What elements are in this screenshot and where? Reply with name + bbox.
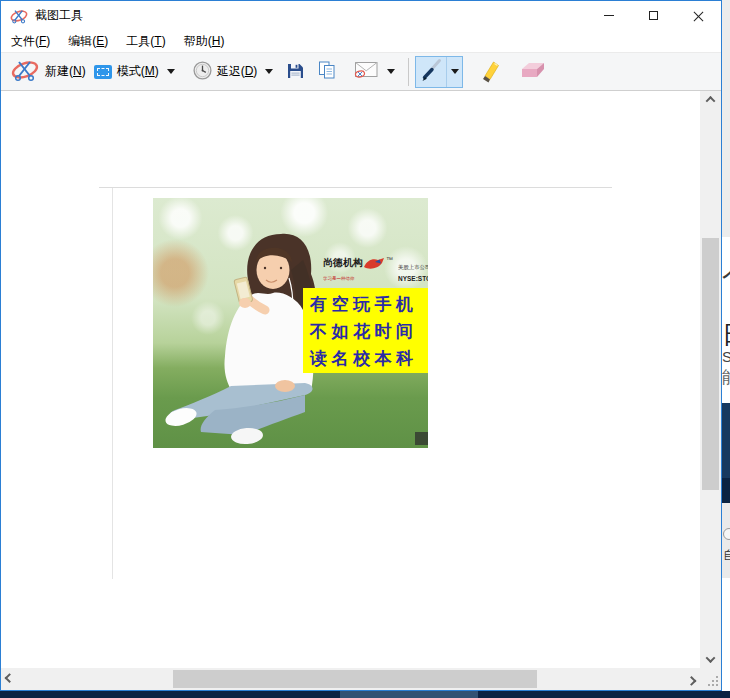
menu-item-tools[interactable]: 工具(T) xyxy=(118,31,173,52)
window-title: 截图工具 xyxy=(35,7,83,24)
chevron-up-icon xyxy=(706,96,716,106)
captured-image: 尚德机构 ™ 学习是一种信仰 xyxy=(153,198,428,448)
new-snip-button[interactable]: 新建(N) xyxy=(7,57,89,87)
eraser-button[interactable] xyxy=(515,57,549,87)
background-gray-area xyxy=(722,0,730,237)
toolbar-separator xyxy=(408,58,409,86)
desktop-background-accent xyxy=(340,691,478,698)
envelope-icon xyxy=(354,61,379,82)
scroll-left-button[interactable] xyxy=(1,668,18,690)
minimize-icon xyxy=(604,15,614,16)
background-navy-block-dark xyxy=(722,478,730,503)
clock-icon xyxy=(193,61,212,83)
background-window-sliver: 个 日 S 能 自 xyxy=(722,0,730,691)
slogan-line: 读名校本科 xyxy=(310,345,428,372)
resize-grip[interactable] xyxy=(700,668,721,690)
chevron-down-icon xyxy=(706,653,716,663)
background-text-fragment: 自 xyxy=(723,547,730,564)
background-text-fragment: S xyxy=(722,348,730,365)
email-dropdown-button[interactable] xyxy=(384,58,398,86)
brand-bull-icon xyxy=(363,256,385,274)
ticker-text: NYSE:STG xyxy=(398,275,428,282)
chevron-left-icon xyxy=(5,673,15,683)
app-icon-scissors xyxy=(9,7,29,25)
save-button[interactable] xyxy=(284,57,307,87)
close-button[interactable] xyxy=(676,1,721,30)
horizontal-scrollbar-thumb[interactable] xyxy=(173,670,537,688)
chevron-down-icon xyxy=(265,69,273,74)
highlighter-icon xyxy=(478,57,502,86)
mode-button[interactable]: 模式(M) xyxy=(91,57,162,87)
menu-item-edit[interactable]: 编辑(E) xyxy=(60,31,116,52)
pen-dropdown-button[interactable] xyxy=(446,57,462,87)
trademark-symbol: ™ xyxy=(386,256,393,263)
slogan-line: 有空玩手机 xyxy=(310,291,428,318)
listing-text: 美股上市公司 xyxy=(398,263,428,271)
horizontal-scrollbar[interactable] xyxy=(1,668,700,690)
delay-dropdown-button[interactable] xyxy=(262,58,276,86)
background-text-fragment: 能 xyxy=(722,366,730,389)
scissors-icon xyxy=(10,58,40,85)
scroll-up-button[interactable] xyxy=(700,91,721,108)
brand-logo-block: 尚德机构 ™ 学习是一种信仰 xyxy=(323,256,428,288)
menu-bar: 文件(F) 编辑(E) 工具(T) 帮助(H) xyxy=(1,30,721,52)
highlighter-button[interactable] xyxy=(475,57,505,87)
background-circle-icon xyxy=(723,528,730,540)
background-text-fragment: 个 xyxy=(722,260,730,295)
chevron-down-icon xyxy=(167,69,175,74)
menu-item-file[interactable]: 文件(F) xyxy=(3,31,58,52)
background-navy-block xyxy=(722,403,730,478)
ad-watermark xyxy=(415,432,428,445)
window-controls xyxy=(586,1,721,30)
resize-grip-dots xyxy=(707,675,719,687)
mode-dropdown-button[interactable] xyxy=(164,58,178,86)
vertical-scrollbar[interactable] xyxy=(700,91,721,668)
close-icon xyxy=(693,10,705,22)
chevron-down-icon xyxy=(451,69,459,74)
captured-vertical-line xyxy=(112,188,113,579)
maximize-icon xyxy=(649,11,658,20)
mode-label: 模式(M) xyxy=(117,63,159,80)
chevron-down-icon xyxy=(387,69,395,74)
background-light-block: 自 xyxy=(722,503,730,578)
email-snip-button[interactable] xyxy=(351,57,382,87)
selection-rectangle-icon xyxy=(94,65,112,79)
scroll-down-button[interactable] xyxy=(700,651,721,668)
pen-button[interactable] xyxy=(416,57,446,87)
brand-tagline: 学习是一种信仰 xyxy=(323,275,355,282)
pen-icon xyxy=(419,57,443,86)
snip-canvas[interactable]: 尚德机构 ™ 学习是一种信仰 xyxy=(1,91,700,668)
delay-button[interactable]: 延迟(D) xyxy=(190,57,261,87)
slogan-line: 不如花时间 xyxy=(310,318,428,345)
brand-name: 尚德机构 xyxy=(323,256,363,270)
screen: 个 日 S 能 自 截图工具 xyxy=(0,0,730,698)
delay-label: 延迟(D) xyxy=(217,63,258,80)
maximize-button[interactable] xyxy=(631,1,676,30)
minimize-button[interactable] xyxy=(586,1,631,30)
ad-slogan-box: 有空玩手机 不如花时间 读名校本科 xyxy=(303,288,428,373)
background-text-fragment: 日 xyxy=(722,318,730,351)
captured-horizontal-line xyxy=(99,187,612,188)
new-snip-label: 新建(N) xyxy=(45,63,86,80)
snipping-tool-window: 截图工具 文件(F) 编辑(E) 工具(T) 帮助(H) xyxy=(0,0,722,691)
copy-button[interactable] xyxy=(315,57,339,87)
pen-split-button xyxy=(415,56,463,88)
eraser-icon xyxy=(518,61,546,82)
scroll-right-button[interactable] xyxy=(683,668,700,690)
copy-icon xyxy=(318,61,336,82)
vertical-scrollbar-thumb[interactable] xyxy=(702,238,719,490)
toolbar: 新建(N) 模式(M) 延迟(D) xyxy=(1,52,721,91)
chevron-right-icon xyxy=(687,675,697,685)
titlebar: 截图工具 xyxy=(1,1,721,30)
desktop-background-bottom xyxy=(0,691,730,698)
menu-item-help[interactable]: 帮助(H) xyxy=(176,31,233,52)
floppy-disk-icon xyxy=(287,62,304,82)
